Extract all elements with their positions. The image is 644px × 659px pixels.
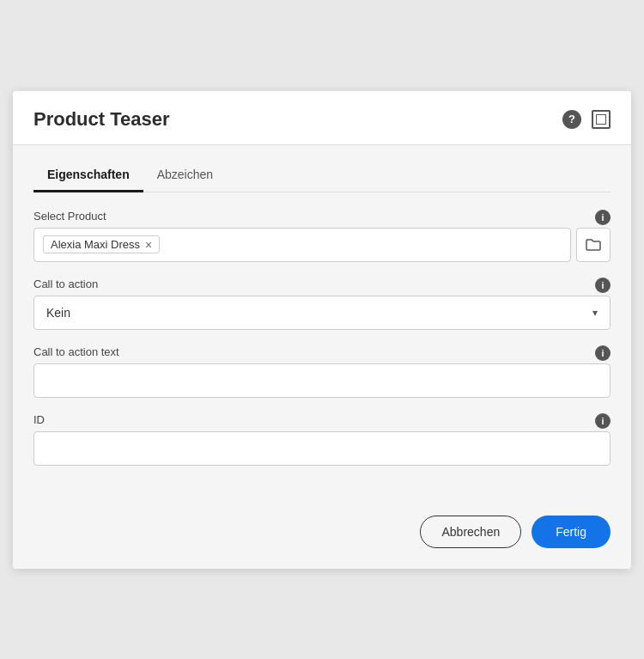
product-select-field[interactable]: Alexia Maxi Dress ×: [33, 228, 571, 262]
product-tag: Alexia Maxi Dress ×: [43, 235, 160, 253]
dialog-footer: Abbrechen Fertig: [13, 498, 631, 569]
id-input[interactable]: [33, 431, 611, 466]
tab-eigenschaften[interactable]: Eigenschaften: [33, 159, 143, 192]
dialog-header: Product Teaser ?: [13, 91, 631, 145]
id-info-icon[interactable]: i: [595, 413, 611, 429]
call-to-action-text-label: Call to action text: [33, 345, 611, 358]
done-button[interactable]: Fertig: [532, 516, 611, 548]
call-to-action-info-icon[interactable]: i: [595, 278, 611, 293]
id-section: i ID: [33, 413, 611, 466]
call-to-action-text-section: i Call to action text: [33, 345, 611, 398]
product-select-wrapper: Alexia Maxi Dress ×: [33, 228, 611, 262]
call-to-action-text-info-icon[interactable]: i: [595, 345, 611, 361]
tab-abzeichen[interactable]: Abzeichen: [143, 159, 227, 192]
fullscreen-icon[interactable]: [592, 110, 611, 129]
select-product-label: Select Product: [33, 210, 611, 223]
call-to-action-label: Call to action: [33, 278, 611, 290]
folder-icon: [586, 238, 601, 252]
call-to-action-dropdown[interactable]: Kein ▾: [33, 296, 611, 330]
help-icon[interactable]: ?: [562, 110, 581, 129]
header-icons: ?: [562, 110, 611, 129]
cancel-button[interactable]: Abbrechen: [420, 516, 521, 548]
id-label: ID: [33, 413, 611, 426]
tabs-container: Eigenschaften Abzeichen: [33, 145, 611, 192]
product-teaser-dialog: Product Teaser ? Eigenschaften Abzeichen…: [13, 91, 631, 569]
dialog-body: Eigenschaften Abzeichen i Select Product…: [13, 145, 631, 498]
dropdown-arrow-icon: ▾: [592, 307, 598, 319]
dialog-title: Product Teaser: [33, 108, 170, 131]
select-product-section: i Select Product Alexia Maxi Dress ×: [33, 210, 611, 262]
select-product-info-icon[interactable]: i: [595, 210, 611, 225]
product-tag-remove[interactable]: ×: [145, 239, 152, 251]
call-to-action-section: i Call to action Kein ▾: [33, 278, 611, 330]
product-tag-label: Alexia Maxi Dress: [51, 238, 140, 251]
call-to-action-text-input[interactable]: [33, 363, 611, 398]
call-to-action-value: Kein: [46, 306, 70, 320]
browse-button[interactable]: [576, 228, 611, 262]
